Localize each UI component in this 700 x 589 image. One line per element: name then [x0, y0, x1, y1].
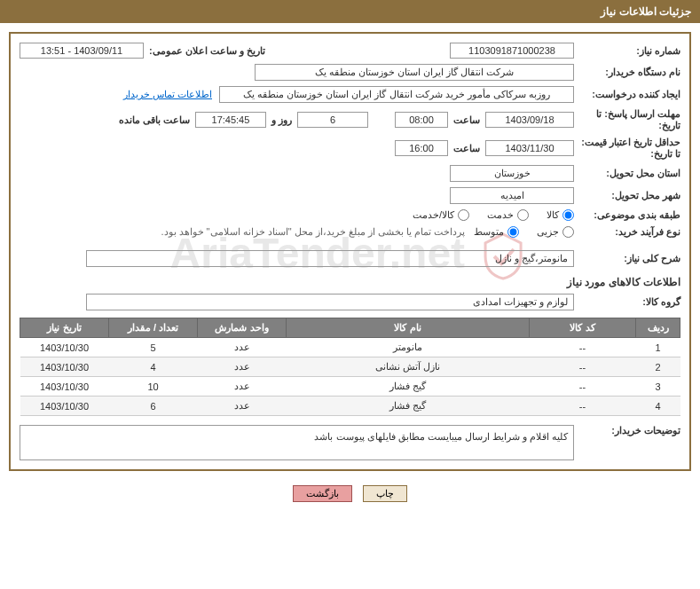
- th-code: کد کالا: [530, 318, 636, 338]
- table-row: 4--گیج فشارعدد61403/10/30: [20, 397, 680, 416]
- cell-qty: 10: [109, 377, 198, 397]
- items-section-title: اطلاعات کالاهای مورد نیاز: [20, 276, 680, 288]
- time-label-2: ساعت: [448, 143, 485, 154]
- deadline-label: مهلت ارسال پاسخ: تا تاریخ:: [574, 108, 680, 131]
- table-row: 1--مانومترعدد51403/10/30: [20, 338, 680, 357]
- process-note: پرداخت تمام یا بخشی از مبلغ خرید،از محل …: [161, 226, 465, 238]
- cell-qty: 5: [109, 338, 198, 357]
- cell-row: 3: [636, 377, 680, 397]
- cell-qty: 4: [109, 357, 198, 377]
- need-number-label: شماره نیاز:: [574, 45, 680, 57]
- contact-link[interactable]: اطلاعات تماس خریدار: [123, 89, 212, 100]
- radio-medium[interactable]: متوسط: [474, 226, 519, 238]
- delivery-province-label: استان محل تحویل:: [574, 168, 680, 179]
- print-button[interactable]: چاپ: [363, 485, 407, 502]
- cell-name: گیج فشار: [287, 377, 530, 397]
- items-table-wrap: ردیف کد کالا نام کالا واحد شمارش تعداد /…: [20, 318, 680, 416]
- cell-row: 1: [636, 338, 680, 357]
- cell-name: مانومتر: [287, 338, 530, 357]
- th-date: تاریخ نیاز: [20, 318, 109, 338]
- table-row: 2--نازل آتش نشانیعدد41403/10/30: [20, 357, 680, 377]
- group-value: لوازم و تجهیزات امدادی: [86, 294, 574, 310]
- process-label: نوع فرآیند خرید:: [574, 226, 680, 238]
- cell-name: نازل آتش نشانی: [287, 357, 530, 377]
- remaining-label: ساعت باقی مانده: [114, 114, 195, 126]
- cell-code: --: [530, 377, 636, 397]
- delivery-province-value: خوزستان: [450, 165, 574, 182]
- cell-name: گیج فشار: [287, 397, 530, 416]
- need-desc-value: مانومتر،گیج و نازل: [86, 250, 574, 267]
- need-desc-label: شرح کلی نیاز:: [574, 253, 680, 264]
- process-radio-group: جزیی متوسط: [474, 226, 574, 238]
- buyer-notes-label: توضیحات خریدار:: [574, 425, 680, 436]
- time-label-1: ساعت: [448, 114, 485, 126]
- deadline-time: 08:00: [395, 112, 448, 128]
- validity-time: 16:00: [395, 140, 448, 156]
- th-qty: تعداد / مقدار: [109, 318, 198, 338]
- countdown-value: 17:45:45: [195, 112, 266, 128]
- cell-code: --: [530, 357, 636, 377]
- cell-date: 1403/10/30: [20, 397, 109, 416]
- table-row: 3--گیج فشارعدد101403/10/30: [20, 377, 680, 397]
- deadline-date: 1403/09/18: [485, 112, 574, 128]
- group-label: گروه کالا:: [574, 296, 680, 308]
- buyer-org-label: نام دستگاه خریدار:: [574, 67, 680, 78]
- cell-code: --: [530, 397, 636, 416]
- days-remaining: 6: [297, 112, 368, 128]
- radio-goods[interactable]: کالا: [547, 209, 574, 221]
- cell-qty: 6: [109, 397, 198, 416]
- cell-unit: عدد: [198, 397, 287, 416]
- cell-row: 4: [636, 397, 680, 416]
- cell-unit: عدد: [198, 338, 287, 357]
- validity-label: حداقل تاریخ اعتبار قیمت: تا تاریخ:: [574, 137, 680, 160]
- need-number-value: 1103091871000238: [450, 43, 574, 59]
- announce-value: 1403/09/11 - 13:51: [20, 43, 144, 59]
- category-radio-group: کالا خدمت کالا/خدمت: [413, 209, 574, 221]
- cell-unit: عدد: [198, 357, 287, 377]
- cell-row: 2: [636, 357, 680, 377]
- cell-unit: عدد: [198, 377, 287, 397]
- radio-goods-service[interactable]: کالا/خدمت: [413, 209, 469, 221]
- cell-date: 1403/10/30: [20, 357, 109, 377]
- header-title: جزئیات اطلاعات نیاز: [601, 5, 691, 18]
- page-header: جزئیات اطلاعات نیاز: [0, 0, 700, 23]
- cell-date: 1403/10/30: [20, 377, 109, 397]
- requester-label: ایجاد کننده درخواست:: [574, 89, 680, 100]
- radio-service[interactable]: خدمت: [487, 209, 529, 221]
- delivery-city-value: امیدیه: [450, 187, 574, 204]
- button-row: چاپ بازگشت: [0, 485, 700, 502]
- th-unit: واحد شمارش: [198, 318, 287, 338]
- table-header-row: ردیف کد کالا نام کالا واحد شمارش تعداد /…: [20, 318, 680, 338]
- validity-date: 1403/11/30: [485, 140, 574, 156]
- requester-value: روزبه سرکاکی مأمور خرید شرکت انتقال گاز …: [219, 86, 574, 103]
- cell-code: --: [530, 338, 636, 357]
- cell-date: 1403/10/30: [20, 338, 109, 357]
- buyer-org-value: شرکت انتقال گاز ایران استان خوزستان منطق…: [255, 64, 574, 81]
- delivery-city-label: شهر محل تحویل:: [574, 190, 680, 201]
- announce-label: تاریخ و ساعت اعلان عمومی:: [144, 45, 271, 57]
- category-label: طبقه بندی موضوعی:: [574, 209, 680, 221]
- th-name: نام کالا: [287, 318, 530, 338]
- radio-partial[interactable]: جزیی: [537, 226, 574, 238]
- th-row: ردیف: [636, 318, 680, 338]
- main-frame: AriaTender.net شماره نیاز: 1103091871000…: [9, 32, 691, 471]
- buyer-notes-value: کلیه اقلام و شرایط ارسال میبایست مطابق ف…: [20, 425, 574, 460]
- items-table: ردیف کد کالا نام کالا واحد شمارش تعداد /…: [20, 318, 680, 416]
- back-button[interactable]: بازگشت: [293, 485, 352, 502]
- days-and-label: روز و: [266, 114, 297, 126]
